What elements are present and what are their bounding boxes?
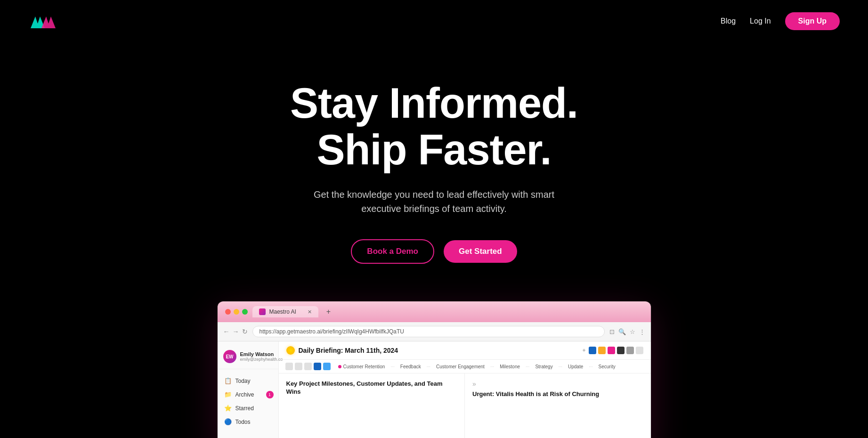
sidebar-label-todos: Todos (235, 419, 251, 425)
blog-link[interactable]: Blog (721, 17, 736, 25)
filter-label-update: Update (568, 364, 583, 369)
hero-subtitle: Get the knowledge you need to lead effec… (302, 187, 566, 216)
nav-right: Blog Log In Sign Up (721, 12, 840, 30)
cast-icon[interactable]: ⊡ (609, 328, 615, 335)
sidebar-item-todos[interactable]: 🔵 Todos (218, 415, 278, 429)
filter-sep-4: ··· (526, 364, 529, 369)
sidebar-label-archive: Archive (235, 391, 254, 398)
get-started-button[interactable]: Get Started (444, 240, 517, 263)
sidebar-menu: 📋 Today 📁 Archive 1 ⭐ Starred 🔵 Tod (218, 369, 278, 433)
close-dot[interactable] (225, 309, 231, 315)
filter-tag-customer-engagement[interactable]: Customer Engagement (433, 363, 487, 370)
todos-icon: 🔵 (224, 418, 232, 425)
browser-dots (225, 309, 248, 315)
app-content: EW Emily Watson emily@zephyhealth.co 📋 T… (218, 341, 651, 438)
filter-tag-update[interactable]: Update (565, 363, 586, 370)
filter-sep-2: ··· (427, 364, 430, 369)
hero-section: Stay Informed. Ship Faster. Get the know… (0, 42, 868, 292)
filter-icon-1[interactable] (285, 363, 293, 370)
browser-titlebar: Maestro AI ✕ + (218, 301, 651, 322)
signup-button[interactable]: Sign Up (785, 12, 840, 30)
browser-mockup: Maestro AI ✕ + ← → ↻ https://app.getmaes… (218, 301, 651, 438)
filter-bar: Customer Retention ··· Feedback ··· Cust… (279, 360, 651, 373)
tool-icon-2[interactable] (598, 347, 606, 354)
filter-label-strategy: Strategy (535, 364, 552, 369)
filter-tag-strategy[interactable]: Strategy (532, 363, 555, 370)
briefing-title: Daily Briefing: March 11th, 2024 (299, 347, 398, 354)
hero-title-line1: Stay Informed. (290, 80, 578, 127)
forward-icon[interactable]: → (233, 328, 239, 335)
browser-nav-arrows: ← → ↻ (223, 328, 248, 335)
filter-tag-feedback[interactable]: Feedback (397, 363, 424, 370)
filter-sep-5: ··· (559, 364, 562, 369)
filter-icon-3[interactable] (304, 363, 312, 370)
sun-icon (286, 346, 295, 355)
tool-icon-4[interactable] (617, 347, 625, 354)
tool-icons (589, 347, 643, 354)
tab-close-icon[interactable]: ✕ (308, 309, 312, 315)
address-bar[interactable]: https://app.getmaestro.ai/briefing/zIlWq… (252, 326, 605, 337)
tab-title: Maestro AI (269, 308, 296, 315)
archive-icon: 📁 (224, 391, 232, 398)
tool-icon-5[interactable] (626, 347, 634, 354)
today-icon: 📋 (224, 377, 232, 384)
browser-actions: ⊡ 🔍 ☆ ⋮ (609, 328, 645, 335)
app-main: Daily Briefing: March 11th, 2024 + (279, 341, 651, 438)
user-name: Emily Watson (240, 351, 283, 357)
briefing-title-row: Daily Briefing: March 11th, 2024 (286, 346, 398, 355)
tool-icon-6[interactable] (636, 347, 643, 354)
card-milestones: Key Project Milestones, Customer Updates… (279, 373, 465, 438)
user-profile: EW Emily Watson emily@zephyhealth.co (218, 346, 278, 369)
filter-icon-5[interactable] (323, 363, 331, 370)
reload-icon[interactable]: ↻ (242, 328, 248, 335)
tool-icon-3[interactable] (608, 347, 615, 354)
sidebar-item-today[interactable]: 📋 Today (218, 374, 278, 388)
filter-icon-2[interactable] (295, 363, 302, 370)
filter-sep-6: ··· (589, 364, 592, 369)
starred-icon: ⭐ (224, 405, 232, 412)
hero-title-line2: Ship Faster. (316, 126, 551, 173)
maximize-dot[interactable] (242, 309, 248, 315)
filter-label-feedback: Feedback (400, 364, 421, 369)
hero-buttons: Book a Demo Get Started (351, 239, 517, 264)
address-url: https://app.getmaestro.ai/briefing/zIlWq… (260, 328, 404, 335)
book-demo-button[interactable]: Book a Demo (351, 239, 434, 264)
add-icon[interactable]: + (582, 347, 585, 354)
archive-badge: 1 (266, 391, 274, 398)
sidebar-item-archive[interactable]: 📁 Archive 1 (218, 388, 278, 401)
card2-title: Urgent: Vitalis Health is at Risk of Chu… (472, 390, 643, 398)
zoom-icon[interactable]: 🔍 (618, 328, 626, 335)
user-email: emily@zephyhealth.co (240, 357, 283, 362)
back-icon[interactable]: ← (223, 328, 230, 335)
minimize-dot[interactable] (234, 309, 239, 315)
card1-title: Key Project Milestones, Customer Updates… (286, 380, 457, 396)
more-icon[interactable]: ⋮ (639, 328, 645, 335)
user-info: Emily Watson emily@zephyhealth.co (240, 351, 283, 362)
card-chevron-icon: » (472, 380, 643, 388)
browser-tab[interactable]: Maestro AI ✕ (252, 306, 318, 317)
svg-marker-1 (41, 16, 56, 28)
filter-tag-security[interactable]: Security (596, 363, 618, 370)
sidebar-item-starred[interactable]: ⭐ Starred (218, 401, 278, 415)
browser-addressbar: ← → ↻ https://app.getmaestro.ai/briefing… (218, 322, 651, 341)
new-tab-button[interactable]: + (323, 306, 334, 317)
logo[interactable] (28, 9, 57, 33)
filter-label-customer-engagement: Customer Engagement (436, 364, 485, 369)
filter-sep-3: ··· (490, 364, 494, 369)
avatar: EW (223, 350, 236, 363)
login-link[interactable]: Log In (750, 17, 771, 25)
filter-icon-4[interactable] (314, 363, 321, 370)
hero-title: Stay Informed. Ship Faster. (290, 80, 578, 173)
bookmark-icon[interactable]: ☆ (630, 328, 635, 335)
app-main-header: Daily Briefing: March 11th, 2024 + (279, 341, 651, 360)
filter-sep-1: ··· (390, 364, 394, 369)
tool-icon-1[interactable] (589, 347, 596, 354)
filter-tag-milestone[interactable]: Milestone (497, 363, 523, 370)
sidebar-label-starred: Starred (235, 405, 254, 412)
filter-tag-customer-retention[interactable]: Customer Retention (335, 363, 388, 370)
filter-label-customer-retention: Customer Retention (343, 364, 385, 369)
tab-favicon (259, 308, 266, 315)
filter-icon-row (285, 363, 331, 370)
browser-wrapper: Maestro AI ✕ + ← → ↻ https://app.getmaes… (0, 301, 868, 438)
sidebar-label-today: Today (235, 378, 251, 384)
